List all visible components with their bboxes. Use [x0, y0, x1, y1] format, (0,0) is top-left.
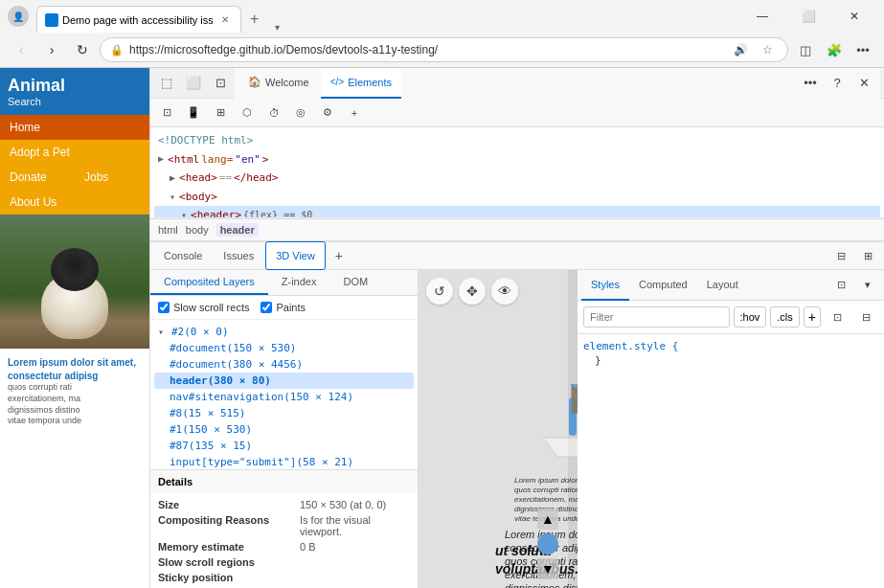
address-bar-actions: ◫ 🧩 ••• — [792, 36, 876, 63]
tab-console[interactable]: Console — [154, 241, 212, 270]
menu-item-adopt[interactable]: Adopt a Pet — [0, 140, 149, 165]
detail-slow-scroll-label: Slow scroll regions — [158, 556, 292, 568]
favorites-icon[interactable]: ☆ — [757, 39, 778, 60]
memory-icon[interactable]: ◎ — [288, 101, 313, 125]
layout-tab[interactable]: Layout — [697, 270, 748, 301]
settings-gear-icon[interactable]: ⚙ — [315, 101, 340, 125]
menu-item-home[interactable]: Home — [0, 115, 149, 140]
3d-layers-svg: Lorem ipsum dolor, sit amet consectetur … — [466, 270, 578, 588]
pan-button[interactable]: ✥ — [459, 278, 486, 305]
menu-item-jobs[interactable]: Jobs — [75, 165, 149, 190]
devtools-settings-button[interactable]: ? — [825, 71, 850, 96]
tree-item-nav[interactable]: nav#sitenavigation(150 × 124) — [154, 389, 414, 405]
reset-view-button[interactable]: ↺ — [426, 278, 453, 305]
html-editor: <!DOCTYPE html> ▶ <html lang= "en" > ▶ <… — [150, 127, 884, 218]
browser-chrome: 👤 Demo page with accessibility iss ✕ + ▾… — [0, 0, 884, 68]
breadcrumb-html[interactable]: html — [158, 224, 178, 236]
devtools-panel: ⬚ ⬜ ⊡ 🏠 Welcome </> Elements ••• ? ✕ — [150, 68, 884, 588]
bottom-tabs-bar: Console Issues 3D View + ⊟ ⊞ — [150, 241, 884, 270]
canvas-toolbar: ↺ ✥ 👁 — [426, 278, 518, 305]
minimize-button[interactable]: — — [740, 1, 784, 32]
styles-copy-button[interactable]: ⊟ — [853, 305, 878, 329]
tree-item-root[interactable]: ▾ #2(0 × 0) — [154, 324, 414, 340]
extensions-icon[interactable]: 🧩 — [821, 36, 848, 63]
3d-canvas[interactable]: ↺ ✥ 👁 — [419, 270, 578, 588]
network-icon[interactable]: ⬡ — [235, 101, 260, 125]
browser-tab-active[interactable]: Demo page with accessibility iss ✕ — [36, 6, 241, 33]
slow-scroll-rects-checkbox-label[interactable]: Slow scroll rects — [158, 302, 249, 313]
details-header[interactable]: Details — [150, 470, 418, 493]
close-button[interactable]: ✕ — [832, 1, 876, 32]
read-aloud-icon[interactable]: 🔊 — [730, 39, 751, 60]
zoom-in-button[interactable]: ▲ — [537, 509, 558, 530]
tree-item-87[interactable]: #87(135 × 15) — [154, 438, 414, 454]
tab-close-button[interactable]: ✕ — [217, 12, 233, 28]
devtools-more-button[interactable]: ••• — [798, 71, 823, 96]
tab-3d-view[interactable]: 3D View — [265, 241, 326, 270]
styles-more-button[interactable]: ⊡ — [825, 305, 850, 329]
computed-tab[interactable]: Computed — [629, 270, 697, 301]
reload-button[interactable]: ↻ — [69, 36, 96, 63]
new-tab-button[interactable]: + — [241, 6, 268, 33]
devices-icon[interactable]: 📱 — [181, 101, 206, 125]
profile-avatar[interactable]: 👤 — [8, 6, 29, 27]
console-drawer-button[interactable]: ⊡ — [208, 71, 233, 96]
hov-button[interactable]: :hov — [734, 306, 767, 328]
devtools-more-tools-icon[interactable]: + — [342, 101, 367, 125]
devtools-close-button[interactable]: ✕ — [851, 71, 876, 96]
breadcrumb-body[interactable]: body — [186, 224, 209, 236]
styles-filter-input[interactable] — [583, 306, 730, 328]
url-bar[interactable]: 🔒 https://microsoftedge.github.io/Demos/… — [100, 37, 788, 62]
tree-item-header[interactable]: header(380 × 80) — [154, 373, 414, 389]
tree-item-doc-150[interactable]: #document(150 × 530) — [154, 340, 414, 356]
styles-tab[interactable]: Styles — [581, 270, 629, 301]
maximize-button[interactable]: ⬜ — [786, 1, 830, 32]
styles-panel: Styles Computed Layout ⊡ ▾ :hov .cls + — [578, 270, 884, 588]
tree-item-input[interactable]: input[type="submit"](58 × 21) — [154, 454, 414, 469]
menu-item-donate[interactable]: Donate — [0, 165, 75, 190]
paints-checkbox[interactable] — [261, 302, 272, 313]
device-emulation-button[interactable]: ⬜ — [181, 71, 206, 96]
canvas-controls: ▲ ▼ — [537, 509, 558, 579]
site-search[interactable]: Search — [8, 96, 142, 107]
toggle-more-button[interactable]: ▾ — [855, 273, 880, 298]
zoom-out-button[interactable]: ▼ — [537, 558, 558, 579]
sources-icon[interactable]: ⊞ — [208, 101, 233, 125]
tree-item-1[interactable]: #1(150 × 530) — [154, 421, 414, 438]
back-button[interactable]: ‹ — [8, 36, 34, 63]
more-button[interactable]: ••• — [850, 36, 876, 63]
tree-item-doc-380[interactable]: #document(380 × 4456) — [154, 356, 414, 373]
svg-text:dignissimos distinctio rem eli: dignissimos distinctio rem eli — [505, 582, 578, 588]
paints-checkbox-label[interactable]: Paints — [261, 302, 306, 313]
visibility-button[interactable]: 👁 — [491, 278, 518, 305]
dom-tab[interactable]: DOM — [329, 270, 381, 295]
undock-button[interactable]: ⊞ — [855, 243, 880, 268]
add-tab-button[interactable]: + — [328, 244, 351, 267]
3d-sidebar: Composited Layers Z-index DOM Slow scrol… — [150, 270, 419, 588]
forward-button[interactable]: › — [38, 36, 65, 63]
inspect-element-button[interactable]: ⬚ — [154, 71, 179, 96]
breadcrumb-header[interactable]: header — [216, 223, 259, 237]
elements-panel-icon[interactable]: ⊡ — [154, 101, 179, 125]
dock-button[interactable]: ⊟ — [828, 243, 853, 268]
composited-layers-tab[interactable]: Composited Layers — [150, 270, 268, 295]
3d-view-content: Composited Layers Z-index DOM Slow scrol… — [150, 270, 884, 588]
tab-issues[interactable]: Issues — [214, 241, 263, 270]
collections-icon[interactable]: ◫ — [792, 36, 819, 63]
add-rule-button[interactable]: + — [804, 306, 821, 328]
tab-elements[interactable]: </> Elements — [321, 68, 401, 99]
tab-dropdown-button[interactable]: ▾ — [268, 22, 287, 33]
menu-item-about[interactable]: About Us — [0, 190, 149, 215]
html-line-header-selected[interactable]: ▾ <header> {flex} == $0 — [154, 206, 880, 218]
slow-scroll-rects-checkbox[interactable] — [158, 302, 170, 313]
toggle-classes-button[interactable]: ⊡ — [828, 273, 853, 298]
performance-icon[interactable]: ⏱ — [261, 101, 286, 125]
svg-text:exercitationem, magni architec: exercitationem, magni architecto — [514, 495, 578, 504]
cls-button[interactable]: .cls — [770, 306, 800, 328]
details-content: Size 150 × 530 (at 0, 0) Compositing Rea… — [150, 493, 418, 588]
tree-item-8[interactable]: #8(15 × 515) — [154, 405, 414, 421]
z-index-tab[interactable]: Z-index — [268, 270, 330, 295]
zoom-dot[interactable] — [537, 533, 558, 554]
tab-welcome[interactable]: 🏠 Welcome — [238, 68, 319, 99]
html-line-body: ▾ <body> — [154, 188, 880, 207]
